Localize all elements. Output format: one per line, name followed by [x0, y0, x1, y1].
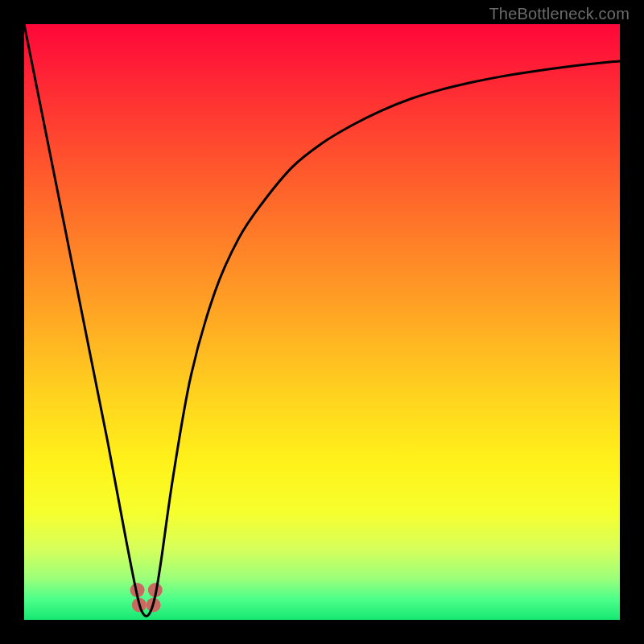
plot-area	[24, 24, 620, 620]
chart-frame: TheBottleneck.com	[0, 0, 644, 644]
gradient-background	[24, 24, 620, 620]
watermark-text: TheBottleneck.com	[489, 5, 630, 23]
bottleneck-chart	[24, 24, 620, 620]
